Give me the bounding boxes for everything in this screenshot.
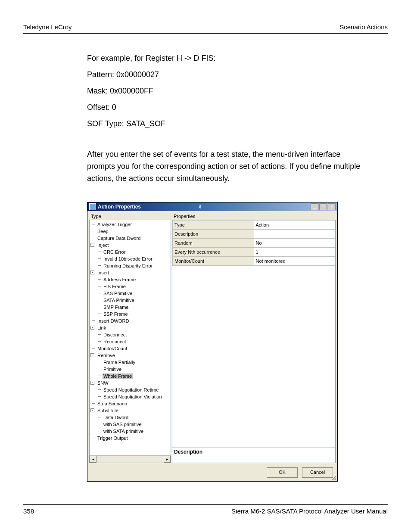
collapse-icon[interactable]: - [90, 326, 94, 330]
ok-button[interactable]: OK [267, 467, 298, 478]
tree-node[interactable]: -Insert [90, 269, 171, 276]
titlebar[interactable]: Action Properties ⇩ _ □ × [87, 202, 337, 211]
tree-node-label[interactable]: Whole Frame [103, 373, 133, 379]
tree-node-label[interactable]: Analyzer Trigger [97, 222, 133, 227]
tree-node-label[interactable]: SSP Frame [103, 311, 129, 317]
example-line: Pattern: 0x00000027 [87, 69, 362, 81]
scroll-left-button[interactable]: ◂ [90, 456, 97, 463]
tree-node[interactable]: Frame Partially [97, 359, 171, 366]
tree-node-label[interactable]: SMP Frame [103, 305, 129, 310]
scroll-right-button[interactable]: ▸ [164, 456, 171, 463]
minimize-button[interactable]: _ [311, 203, 318, 210]
tree-node[interactable]: Monitor/Count [90, 345, 171, 352]
tree-connector [92, 231, 95, 231]
tree-node[interactable]: -SNW [90, 380, 171, 386]
property-name: Description [173, 230, 254, 239]
tree-node-label[interactable]: Speed Negotiation Violation [103, 394, 163, 399]
tree-hscrollbar[interactable]: ◂ ▸ [90, 455, 171, 463]
tree-node-label[interactable]: Frame Partially [103, 360, 136, 365]
property-name: Random [173, 239, 254, 248]
tree-node[interactable]: Analyzer Trigger [90, 221, 171, 228]
tree-node-label[interactable]: Address Frame [103, 277, 137, 282]
tree-node[interactable]: Reconnect [97, 338, 171, 345]
tree-node[interactable]: CRC Error [97, 249, 171, 255]
tree-node[interactable]: Running Disparity Error [97, 262, 171, 269]
tree-node[interactable]: Stop Scenario [90, 400, 171, 407]
resize-grip-icon[interactable] [331, 475, 336, 480]
tree-node-label[interactable]: Insert [97, 270, 110, 275]
tree-node[interactable]: Address Frame [97, 276, 171, 283]
tree-node[interactable]: with SAS primitive [97, 421, 171, 428]
collapse-icon[interactable]: - [90, 408, 94, 412]
tree-node[interactable]: SSP Frame [97, 311, 171, 317]
maximize-button[interactable]: □ [319, 203, 327, 210]
tree-node[interactable]: SMP Frame [97, 304, 171, 311]
tree-node[interactable]: -Substitute [90, 407, 171, 414]
property-row[interactable]: Every Nth occurrence1 [173, 248, 335, 257]
tree-node[interactable]: Insert DWORD [90, 317, 171, 324]
tree-node[interactable]: Beep [90, 228, 171, 235]
tree-node-label[interactable]: FIS Frame [103, 284, 127, 289]
collapse-icon[interactable]: - [90, 381, 94, 385]
tree-node[interactable]: -Link [90, 324, 171, 331]
tree-node[interactable]: Speed Negotiation Violation [97, 393, 171, 400]
tree-node[interactable]: SATA Primitive [97, 297, 171, 304]
tree-node-label[interactable]: SNW [97, 380, 109, 386]
property-row[interactable]: RandomNo [173, 239, 335, 248]
tree-node[interactable]: -Remove [90, 352, 171, 359]
tree-node-label[interactable]: Running Disparity Error [103, 263, 153, 268]
tree-node-label[interactable]: Trigger Output [97, 436, 129, 441]
tree-node-label[interactable]: Data Dword [103, 415, 129, 420]
tree-node-label[interactable]: Link [97, 325, 107, 330]
tree-node-label[interactable]: with SATA primitive [103, 429, 144, 434]
tree-node-label[interactable]: Substitute [97, 408, 119, 413]
properties-grid[interactable]: TypeActionDescriptionRandomNoEvery Nth o… [172, 220, 336, 448]
close-button[interactable]: × [328, 203, 336, 210]
collapse-icon[interactable]: - [90, 243, 94, 247]
tree-node[interactable]: FIS Frame [97, 283, 171, 290]
tree-node[interactable]: -Inject [90, 242, 171, 249]
dropdown-arrow-icon[interactable]: ⇩ [197, 204, 203, 210]
property-value[interactable]: Action [254, 221, 335, 230]
tree-node-label[interactable]: Primitive [103, 367, 122, 372]
instruction-paragraph: After you enter the set of events for a … [87, 149, 362, 185]
tree-node-label[interactable]: Insert DWORD [97, 318, 130, 324]
property-row[interactable]: TypeAction [173, 221, 335, 230]
tree-node-label[interactable]: Stop Scenario [97, 401, 128, 406]
tree-node[interactable]: Data Dword [97, 414, 171, 421]
tree-node[interactable]: Capture Data Dword [90, 235, 171, 242]
property-value[interactable]: 1 [254, 248, 335, 257]
property-row[interactable]: Description [173, 230, 335, 239]
tree-node[interactable]: Invalid 10bit-code Error [97, 255, 171, 262]
tree-node[interactable]: Primitive [97, 366, 171, 373]
page-number: 358 [23, 507, 34, 515]
tree-node-label[interactable]: Monitor/Count [97, 346, 128, 351]
tree-node-label[interactable]: Reconnect [103, 339, 127, 344]
tree-node[interactable]: Speed Negotiation Retime [97, 386, 171, 393]
property-value[interactable]: Not monitored [254, 257, 335, 266]
property-value[interactable]: No [254, 239, 335, 248]
tree-node[interactable]: Disconnect [97, 331, 171, 338]
tree-node-label[interactable]: Beep [97, 229, 109, 234]
tree-node-label[interactable]: SATA Primitive [103, 298, 135, 303]
collapse-icon[interactable]: - [90, 271, 94, 274]
tree-node-label[interactable]: with SAS primitive [103, 422, 143, 427]
tree-node-label[interactable]: Disconnect [103, 332, 128, 337]
collapse-icon[interactable]: - [90, 353, 94, 357]
property-value[interactable] [254, 230, 335, 239]
tree-node-label[interactable]: CRC Error [103, 249, 126, 255]
tree-node[interactable]: Whole Frame [97, 373, 171, 380]
tree-node-label[interactable]: Capture Data Dword [97, 236, 141, 241]
property-row[interactable]: Monitor/CountNot monitored [173, 257, 335, 266]
tree-node-label[interactable]: Invalid 10bit-code Error [103, 256, 153, 261]
tree-node[interactable]: Trigger Output [90, 435, 171, 442]
tree-node-label[interactable]: Remove [97, 353, 116, 358]
tree-node-label[interactable]: SAS Primitive [103, 291, 133, 296]
tree-node[interactable]: SAS Primitive [97, 290, 171, 297]
tree-node[interactable]: with SATA primitive [97, 428, 171, 435]
example-line: Offset: 0 [87, 102, 362, 114]
type-tree[interactable]: Analyzer TriggerBeepCapture Data Dword-I… [89, 220, 171, 463]
cancel-button[interactable]: Cancel [302, 467, 333, 478]
tree-node-label[interactable]: Inject [97, 243, 109, 248]
tree-node-label[interactable]: Speed Negotiation Retime [103, 387, 159, 392]
